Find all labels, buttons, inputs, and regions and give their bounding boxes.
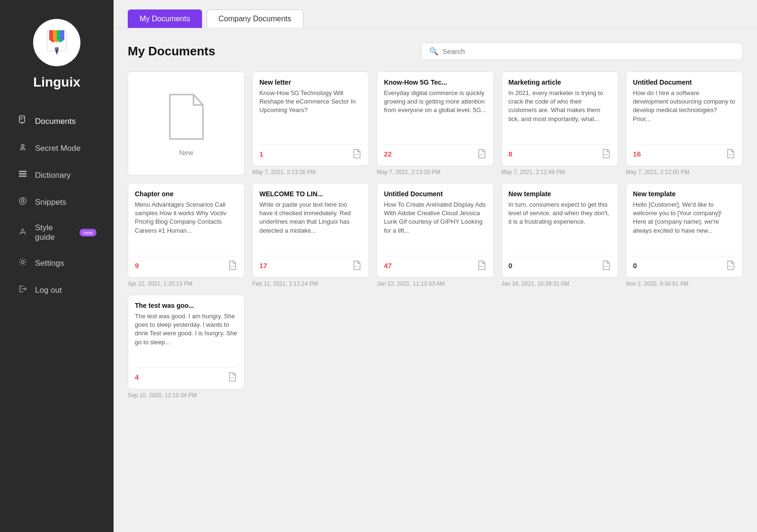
snippets-icon (17, 196, 28, 208)
document-card-3[interactable]: Untitled Document How do I hire a softwa… (626, 71, 743, 166)
logout-icon (17, 284, 28, 296)
document-card-9[interactable]: The test was goo... The test was good. I… (128, 295, 245, 389)
doc-footer-6: 47 (384, 256, 486, 270)
sidebar-item-style-guide[interactable]: Style guide new (9, 217, 104, 249)
sidebar-item-settings[interactable]: Settings (9, 251, 104, 276)
doc-preview-2: In 2021, every marketer is trying to cra… (509, 89, 611, 140)
page-title: My Documents (128, 44, 215, 59)
svg-point-22 (21, 261, 24, 263)
doc-card-wrapper-7: New template In turn, consumers expect t… (502, 183, 618, 287)
svg-point-47 (729, 266, 730, 267)
sidebar-item-secret-mode[interactable]: Secret Mode (9, 136, 104, 161)
sidebar-item-logout[interactable]: Log out (9, 278, 104, 303)
svg-rect-3 (57, 30, 61, 40)
doc-timestamp-3: May 7, 2021, 2:12:00 PM (626, 169, 743, 175)
doc-title-8: New template (633, 190, 736, 198)
svg-rect-15 (19, 171, 26, 172)
doc-card-wrapper-9: The test was goo... The test was good. I… (128, 295, 245, 399)
sidebar-item-snippets[interactable]: Snippets (9, 190, 104, 215)
doc-card-wrapper-1: Know-How 5G Tec... Everyday digital comm… (377, 71, 493, 175)
doc-card-wrapper-6: Untitled Document How To Create Animated… (377, 183, 493, 287)
document-card-5[interactable]: WELCOME TO LIN... Write or paste your te… (252, 183, 369, 278)
doc-preview-5: Write or paste your text here too have i… (259, 201, 362, 251)
doc-count-1: 22 (384, 150, 392, 158)
doc-card-wrapper-3: Untitled Document How do I hire a softwa… (626, 71, 743, 175)
doc-footer-0: 1 (259, 144, 362, 159)
sidebar: Linguix Documents Secret Mode Dictionary… (0, 0, 114, 532)
svg-point-35 (230, 266, 231, 267)
svg-point-49 (731, 266, 732, 267)
doc-icon-6 (476, 260, 487, 270)
doc-count-9: 4 (135, 373, 139, 381)
doc-footer-2: 8 (509, 144, 611, 159)
svg-point-27 (481, 154, 482, 155)
settings-icon (17, 257, 28, 269)
doc-footer-9: 4 (135, 367, 238, 382)
svg-point-30 (606, 154, 607, 155)
svg-point-26 (480, 154, 481, 155)
doc-count-5: 17 (259, 262, 267, 270)
svg-point-42 (481, 266, 482, 267)
documents-icon (17, 115, 28, 127)
doc-timestamp-5: Feb 11, 2021, 1:11:24 PM (252, 280, 369, 287)
document-card-4[interactable]: Chapter one Menu Advantages Scenarios Ca… (128, 183, 245, 278)
search-bar[interactable]: 🔍 (421, 43, 743, 60)
doc-timestamp-8: Nov 2, 2020, 9:34:51 AM (626, 280, 743, 287)
document-card-8[interactable]: New template Hello [Customer], We'd like… (626, 183, 743, 278)
sidebar-item-label-documents: Documents (35, 117, 76, 126)
doc-count-8: 0 (633, 262, 637, 270)
document-card-0[interactable]: New letter Know-How 5G Technology Will R… (252, 71, 369, 166)
doc-icon-1 (476, 148, 487, 159)
svg-point-40 (358, 266, 359, 267)
doc-icon-9 (227, 372, 238, 382)
svg-point-33 (730, 154, 731, 155)
content-header: My Documents 🔍 (128, 43, 743, 60)
sidebar-item-dictionary[interactable]: Dictionary (9, 163, 104, 188)
doc-count-0: 1 (259, 150, 263, 158)
search-icon: 🔍 (429, 47, 439, 56)
document-card-2[interactable]: Marketing article In 2021, every markete… (502, 71, 618, 166)
doc-footer-3: 16 (633, 144, 736, 159)
app-logo (33, 19, 80, 66)
doc-timestamp-6: Jan 22, 2021, 11:13:33 AM (377, 280, 493, 287)
tab-company-documents[interactable]: Company Documents (207, 9, 303, 28)
doc-card-wrapper-0: New letter Know-How 5G Technology Will R… (252, 71, 369, 175)
doc-title-0: New letter (259, 78, 362, 86)
document-card-1[interactable]: Know-How 5G Tec... Everyday digital comm… (377, 71, 493, 166)
svg-rect-17 (19, 175, 26, 177)
sidebar-item-label-settings: Settings (35, 259, 64, 268)
doc-title-6: Untitled Document (384, 190, 486, 198)
sidebar-item-label-dictionary: Dictionary (35, 171, 71, 180)
doc-preview-9: The test was good. I am hungry. She goes… (135, 312, 238, 363)
svg-rect-4 (61, 30, 64, 40)
doc-icon-0 (352, 148, 362, 159)
search-input[interactable] (442, 47, 735, 55)
doc-title-3: Untitled Document (633, 78, 736, 86)
doc-title-2: Marketing article (509, 78, 611, 86)
doc-count-4: 9 (135, 262, 139, 270)
svg-point-38 (355, 266, 356, 267)
svg-rect-2 (53, 30, 57, 40)
doc-preview-3: How do I hire a software development out… (633, 89, 736, 140)
doc-timestamp-9: Sep 10, 2020, 12:10:34 PM (128, 392, 245, 399)
new-document-card[interactable]: New (128, 71, 245, 175)
logo-icon (43, 28, 71, 57)
document-card-7[interactable]: New template In turn, consumers expect t… (502, 183, 618, 278)
svg-point-52 (233, 377, 234, 378)
sidebar-item-documents[interactable]: Documents (9, 109, 104, 134)
svg-point-19 (22, 200, 24, 202)
secret-mode-icon (17, 142, 28, 154)
new-file-icon (165, 91, 208, 143)
tab-my-documents[interactable]: My Documents (128, 9, 202, 28)
doc-footer-5: 17 (259, 256, 362, 270)
doc-icon-7 (601, 260, 611, 270)
doc-card-wrapper-2: Marketing article In 2021, every markete… (502, 71, 618, 175)
document-card-6[interactable]: Untitled Document How To Create Animated… (377, 183, 493, 278)
svg-point-41 (480, 266, 481, 267)
svg-point-12 (22, 145, 23, 146)
doc-footer-7: 0 (509, 256, 611, 270)
doc-footer-4: 9 (135, 256, 238, 270)
doc-timestamp-1: May 7, 2021, 2:13:20 PM (377, 169, 493, 175)
svg-point-23 (355, 154, 356, 155)
style-guide-icon (17, 227, 28, 239)
